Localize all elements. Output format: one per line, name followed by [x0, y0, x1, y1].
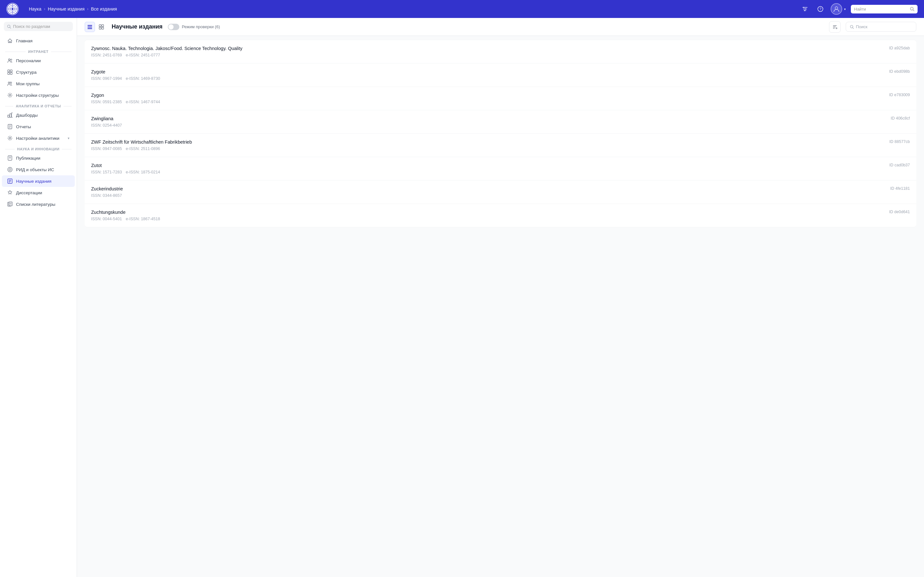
svg-point-27: [9, 95, 11, 96]
sidebar-item-personali[interactable]: Персоналии: [2, 55, 75, 66]
user-menu-btn[interactable]: ▾: [830, 3, 846, 15]
journal-title: Zywnosc. Nauka. Technologia. Jakosc/Food…: [91, 46, 242, 51]
sidebar-item-publications[interactable]: Публикации: [2, 152, 75, 164]
sidebar-search-input[interactable]: [13, 24, 69, 29]
svg-rect-53: [102, 25, 103, 27]
svg-rect-49: [87, 25, 92, 26]
svg-rect-55: [102, 27, 103, 29]
breadcrumb-nauka[interactable]: Наука: [29, 6, 41, 11]
journal-meta-item: e-ISSN: 2511-0896: [126, 147, 160, 151]
svg-point-35: [9, 137, 11, 139]
sort-button[interactable]: [829, 21, 841, 33]
sidebar-item-groups[interactable]: Мои группы: [2, 78, 75, 89]
svg-rect-30: [11, 113, 13, 117]
svg-line-18: [10, 27, 11, 28]
journal-meta-item: ISSN: 0344-8657: [91, 193, 122, 198]
content-search-input[interactable]: [856, 24, 912, 29]
svg-point-20: [11, 59, 12, 60]
svg-rect-50: [87, 27, 92, 27]
search-icon: [910, 7, 914, 11]
content-search-icon: [850, 25, 854, 29]
review-mode[interactable]: Режим проверки (6): [168, 24, 220, 30]
sidebar-item-bibliography-label: Списки литературы: [16, 202, 55, 207]
logo-area[interactable]: [6, 3, 19, 15]
journal-list-item[interactable]: Zwingliana ISSN: 0254-4407 ID 406c8cf: [85, 110, 916, 134]
journal-meta: ISSN: 0967-1994e-ISSN: 1469-8730: [91, 76, 160, 81]
journals-icon: [7, 178, 13, 184]
svg-rect-21: [8, 70, 10, 72]
journal-list-item[interactable]: Zuchtungskunde ISSN: 0044-5401e-ISSN: 18…: [85, 204, 916, 227]
rid-icon: [7, 167, 13, 172]
sidebar-item-journals[interactable]: Научные издания: [2, 175, 75, 187]
journal-list: Zywnosc. Nauka. Technologia. Jakosc/Food…: [77, 36, 924, 577]
help-icon-btn[interactable]: ?: [815, 4, 825, 14]
journal-list-item[interactable]: Zuckerindustrie ISSN: 0344-8657 ID 4fe11…: [85, 181, 916, 204]
grid-view-btn[interactable]: [96, 22, 107, 32]
svg-point-14: [835, 7, 838, 9]
journal-id: ID de0d641: [889, 210, 910, 214]
svg-point-26: [10, 82, 12, 84]
sidebar-item-dashboards[interactable]: Дашборды: [2, 109, 75, 121]
svg-line-61: [853, 27, 854, 29]
filter-icon-btn[interactable]: [800, 4, 810, 14]
journal-info: ZWF Zeitschrift für Wirtschaftlichen Fab…: [91, 139, 192, 151]
journal-title: Zuckerindustrie: [91, 186, 123, 191]
svg-point-11: [804, 10, 805, 11]
sidebar-item-dissertations[interactable]: Диссертации: [2, 187, 75, 198]
list-view-btn[interactable]: [85, 22, 95, 32]
journal-meta: ISSN: 1571-7283e-ISSN: 1875-0214: [91, 170, 160, 174]
journal-list-item[interactable]: Zywnosc. Nauka. Technologia. Jakosc/Food…: [85, 40, 916, 63]
sidebar-item-rid-label: РИД и объекты ИС: [16, 167, 54, 172]
journal-info: Zywnosc. Nauka. Technologia. Jakosc/Food…: [91, 46, 242, 57]
top-search-bar[interactable]: [851, 5, 918, 13]
sidebar-search[interactable]: [4, 22, 73, 31]
journal-list-item[interactable]: Zygon ISSN: 0591-2385e-ISSN: 1467-9744 I…: [85, 87, 916, 110]
people-icon: [7, 58, 13, 63]
svg-rect-54: [99, 27, 101, 29]
analytics-settings-icon: [7, 135, 13, 141]
sidebar-item-journals-label: Научные издания: [16, 179, 51, 184]
journal-list-item[interactable]: ZWF Zeitschrift für Wirtschaftlichen Fab…: [85, 134, 916, 157]
view-toggle: [85, 22, 107, 32]
journal-meta-item: ISSN: 0947-0085: [91, 147, 122, 151]
settings-icon: [7, 92, 13, 98]
sidebar-item-bibliography[interactable]: Списки литературы: [2, 198, 75, 210]
review-mode-toggle[interactable]: [168, 24, 179, 30]
top-search-input[interactable]: [854, 7, 908, 11]
svg-point-25: [8, 82, 10, 84]
journal-id: ID 406c8cf: [891, 116, 910, 121]
journal-list-item[interactable]: Zygote ISSN: 0967-1994e-ISSN: 1469-8730 …: [85, 63, 916, 87]
chevron-down-icon: ▾: [844, 7, 846, 11]
journal-info: Zuckerindustrie ISSN: 0344-8657: [91, 186, 123, 198]
dissertations-icon: [7, 190, 13, 195]
content-search[interactable]: [846, 22, 916, 32]
journal-meta: ISSN: 0254-4407: [91, 123, 122, 127]
journal-meta-item: e-ISSN: 1867-4518: [126, 217, 160, 221]
breadcrumb-nauchnye[interactable]: Научные издания: [48, 6, 85, 11]
sidebar-item-structure[interactable]: Структура: [2, 66, 75, 78]
journal-id: ID ebd098b: [889, 69, 910, 74]
groups-icon: [7, 81, 13, 87]
sort-icon: [832, 24, 837, 29]
top-navigation: Наука › Научные издания › Все издания ?: [0, 0, 924, 18]
publications-icon: [7, 155, 13, 161]
breadcrumb-vse[interactable]: Все издания: [91, 6, 117, 11]
journal-info: Zuchtungskunde ISSN: 0044-5401e-ISSN: 18…: [91, 210, 160, 221]
sidebar-item-struct-settings[interactable]: Настройки структуры: [2, 89, 75, 101]
section-analytics: АНАЛИТИКА И ОТЧЕТЫ: [0, 101, 77, 109]
structure-icon: [7, 69, 13, 75]
sidebar-item-reports[interactable]: Отчеты: [2, 121, 75, 132]
journal-meta: ISSN: 0591-2385e-ISSN: 1467-9744: [91, 100, 160, 104]
sidebar-item-dashboards-label: Дашборды: [16, 113, 38, 118]
journal-meta-item: ISSN: 0254-4407: [91, 123, 122, 127]
sidebar-item-analytics-settings[interactable]: Настройки аналитики ▾: [2, 132, 75, 144]
journal-title: Zygote: [91, 69, 160, 74]
analytics-settings-left: Настройки аналитики: [7, 135, 59, 141]
journal-meta: ISSN: 0044-5401e-ISSN: 1867-4518: [91, 217, 160, 221]
sidebar-item-rid[interactable]: РИД и объекты ИС: [2, 164, 75, 175]
journal-list-item[interactable]: Zutot ISSN: 1571-7283e-ISSN: 1875-0214 I…: [85, 157, 916, 181]
svg-rect-22: [10, 70, 12, 72]
journal-meta-item: ISSN: 0967-1994: [91, 76, 122, 81]
sidebar-item-home[interactable]: Главная: [2, 35, 75, 47]
review-mode-label: Режим проверки (6): [182, 24, 220, 29]
